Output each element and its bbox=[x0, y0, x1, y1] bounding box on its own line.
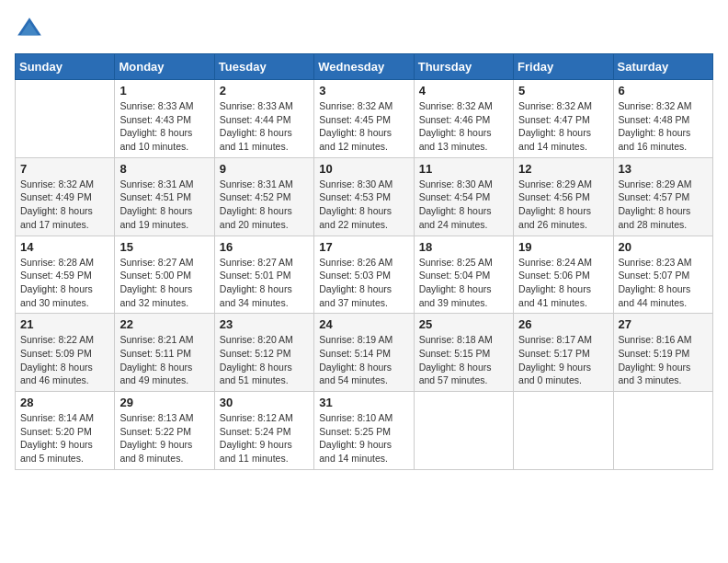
day-number: 18 bbox=[419, 240, 508, 254]
day-number: 15 bbox=[119, 240, 209, 254]
calendar-cell: 4Sunrise: 8:32 AMSunset: 4:46 PMDaylight… bbox=[414, 80, 513, 158]
day-number: 9 bbox=[220, 162, 309, 176]
day-info: Sunrise: 8:31 AMSunset: 4:51 PMDaylight:… bbox=[119, 178, 209, 232]
logo bbox=[15, 15, 48, 44]
day-info: Sunrise: 8:27 AMSunset: 5:01 PMDaylight:… bbox=[220, 256, 309, 310]
day-info: Sunrise: 8:13 AMSunset: 5:22 PMDaylight:… bbox=[119, 411, 209, 465]
day-info: Sunrise: 8:32 AMSunset: 4:46 PMDaylight:… bbox=[419, 99, 508, 154]
day-info: Sunrise: 8:12 AMSunset: 5:24 PMDaylight:… bbox=[220, 411, 309, 465]
day-number: 4 bbox=[419, 84, 508, 98]
day-info: Sunrise: 8:20 AMSunset: 5:12 PMDaylight:… bbox=[220, 333, 309, 387]
day-number: 5 bbox=[518, 84, 608, 98]
calendar-week-row: 14Sunrise: 8:28 AMSunset: 4:59 PMDayligh… bbox=[16, 236, 713, 314]
calendar-cell: 1Sunrise: 8:33 AMSunset: 4:43 PMDaylight… bbox=[115, 80, 214, 158]
calendar-cell: 11Sunrise: 8:30 AMSunset: 4:54 PMDayligh… bbox=[414, 157, 513, 236]
day-info: Sunrise: 8:18 AMSunset: 5:15 PMDaylight:… bbox=[419, 333, 508, 387]
calendar-cell: 2Sunrise: 8:33 AMSunset: 4:44 PMDaylight… bbox=[214, 80, 313, 158]
day-info: Sunrise: 8:33 AMSunset: 4:44 PMDaylight:… bbox=[220, 99, 309, 154]
day-number: 20 bbox=[619, 240, 708, 254]
calendar-cell bbox=[414, 392, 513, 470]
day-info: Sunrise: 8:14 AMSunset: 5:20 PMDaylight:… bbox=[20, 411, 109, 465]
logo-icon bbox=[15, 15, 44, 44]
weekday-header-monday: Monday bbox=[115, 54, 214, 80]
calendar-cell: 3Sunrise: 8:32 AMSunset: 4:45 PMDaylight… bbox=[314, 80, 414, 158]
calendar-cell: 16Sunrise: 8:27 AMSunset: 5:01 PMDayligh… bbox=[214, 236, 313, 314]
day-number: 16 bbox=[220, 240, 309, 254]
day-number: 29 bbox=[119, 396, 209, 409]
calendar-cell: 6Sunrise: 8:32 AMSunset: 4:48 PMDaylight… bbox=[613, 80, 712, 158]
weekday-header-wednesday: Wednesday bbox=[314, 54, 414, 80]
day-number: 12 bbox=[518, 162, 608, 176]
day-number: 3 bbox=[319, 84, 408, 98]
calendar-cell bbox=[514, 392, 613, 470]
weekday-header-saturday: Saturday bbox=[613, 54, 712, 80]
calendar-cell: 26Sunrise: 8:17 AMSunset: 5:17 PMDayligh… bbox=[514, 314, 613, 392]
day-info: Sunrise: 8:27 AMSunset: 5:00 PMDaylight:… bbox=[119, 256, 209, 310]
day-number: 11 bbox=[419, 162, 508, 176]
calendar-week-row: 21Sunrise: 8:22 AMSunset: 5:09 PMDayligh… bbox=[16, 314, 713, 392]
calendar-week-row: 7Sunrise: 8:32 AMSunset: 4:49 PMDaylight… bbox=[16, 157, 713, 236]
calendar-cell: 22Sunrise: 8:21 AMSunset: 5:11 PMDayligh… bbox=[115, 314, 214, 392]
weekday-header-row: SundayMondayTuesdayWednesdayThursdayFrid… bbox=[16, 54, 713, 80]
day-number: 7 bbox=[20, 162, 109, 176]
calendar-cell: 10Sunrise: 8:30 AMSunset: 4:53 PMDayligh… bbox=[314, 157, 414, 236]
calendar-cell: 15Sunrise: 8:27 AMSunset: 5:00 PMDayligh… bbox=[115, 236, 214, 314]
day-info: Sunrise: 8:33 AMSunset: 4:43 PMDaylight:… bbox=[119, 99, 209, 154]
calendar-cell bbox=[16, 80, 115, 158]
calendar-table: SundayMondayTuesdayWednesdayThursdayFrid… bbox=[15, 53, 713, 470]
day-info: Sunrise: 8:32 AMSunset: 4:47 PMDaylight:… bbox=[518, 99, 608, 154]
day-info: Sunrise: 8:32 AMSunset: 4:49 PMDaylight:… bbox=[20, 178, 109, 232]
day-info: Sunrise: 8:23 AMSunset: 5:07 PMDaylight:… bbox=[619, 256, 708, 310]
day-info: Sunrise: 8:25 AMSunset: 5:04 PMDaylight:… bbox=[419, 256, 508, 310]
calendar-week-row: 28Sunrise: 8:14 AMSunset: 5:20 PMDayligh… bbox=[16, 392, 713, 470]
calendar-cell: 21Sunrise: 8:22 AMSunset: 5:09 PMDayligh… bbox=[16, 314, 115, 392]
calendar-cell: 17Sunrise: 8:26 AMSunset: 5:03 PMDayligh… bbox=[314, 236, 414, 314]
day-info: Sunrise: 8:29 AMSunset: 4:56 PMDaylight:… bbox=[518, 178, 608, 232]
calendar-cell: 27Sunrise: 8:16 AMSunset: 5:19 PMDayligh… bbox=[613, 314, 712, 392]
calendar-cell: 9Sunrise: 8:31 AMSunset: 4:52 PMDaylight… bbox=[214, 157, 313, 236]
calendar-cell: 8Sunrise: 8:31 AMSunset: 4:51 PMDaylight… bbox=[115, 157, 214, 236]
day-number: 21 bbox=[20, 317, 109, 331]
day-number: 6 bbox=[619, 84, 708, 98]
calendar-cell: 31Sunrise: 8:10 AMSunset: 5:25 PMDayligh… bbox=[314, 392, 414, 470]
calendar-cell: 14Sunrise: 8:28 AMSunset: 4:59 PMDayligh… bbox=[16, 236, 115, 314]
calendar-cell: 28Sunrise: 8:14 AMSunset: 5:20 PMDayligh… bbox=[16, 392, 115, 470]
calendar-cell: 19Sunrise: 8:24 AMSunset: 5:06 PMDayligh… bbox=[514, 236, 613, 314]
day-number: 14 bbox=[20, 240, 109, 254]
day-number: 24 bbox=[319, 317, 408, 331]
day-number: 27 bbox=[619, 317, 708, 331]
weekday-header-friday: Friday bbox=[514, 54, 613, 80]
day-number: 13 bbox=[619, 162, 708, 176]
calendar-cell: 18Sunrise: 8:25 AMSunset: 5:04 PMDayligh… bbox=[414, 236, 513, 314]
day-number: 17 bbox=[319, 240, 408, 254]
day-info: Sunrise: 8:29 AMSunset: 4:57 PMDaylight:… bbox=[619, 178, 708, 232]
calendar-cell: 13Sunrise: 8:29 AMSunset: 4:57 PMDayligh… bbox=[613, 157, 712, 236]
day-number: 19 bbox=[518, 240, 608, 254]
day-info: Sunrise: 8:30 AMSunset: 4:54 PMDaylight:… bbox=[419, 178, 508, 232]
page-header bbox=[15, 15, 713, 44]
day-info: Sunrise: 8:31 AMSunset: 4:52 PMDaylight:… bbox=[220, 178, 309, 232]
day-number: 30 bbox=[220, 396, 309, 409]
day-info: Sunrise: 8:10 AMSunset: 5:25 PMDaylight:… bbox=[319, 411, 408, 465]
day-info: Sunrise: 8:32 AMSunset: 4:45 PMDaylight:… bbox=[319, 99, 408, 154]
calendar-cell: 25Sunrise: 8:18 AMSunset: 5:15 PMDayligh… bbox=[414, 314, 513, 392]
weekday-header-thursday: Thursday bbox=[414, 54, 513, 80]
day-number: 1 bbox=[119, 84, 209, 98]
day-number: 10 bbox=[319, 162, 408, 176]
calendar-week-row: 1Sunrise: 8:33 AMSunset: 4:43 PMDaylight… bbox=[16, 80, 713, 158]
day-number: 31 bbox=[319, 396, 408, 409]
day-info: Sunrise: 8:28 AMSunset: 4:59 PMDaylight:… bbox=[20, 256, 109, 310]
day-info: Sunrise: 8:16 AMSunset: 5:19 PMDaylight:… bbox=[619, 333, 708, 387]
day-number: 28 bbox=[20, 396, 109, 409]
day-number: 26 bbox=[518, 317, 608, 331]
day-number: 22 bbox=[119, 317, 209, 331]
day-info: Sunrise: 8:24 AMSunset: 5:06 PMDaylight:… bbox=[518, 256, 608, 310]
calendar-cell bbox=[613, 392, 712, 470]
day-info: Sunrise: 8:21 AMSunset: 5:11 PMDaylight:… bbox=[119, 333, 209, 387]
calendar-cell: 24Sunrise: 8:19 AMSunset: 5:14 PMDayligh… bbox=[314, 314, 414, 392]
calendar-cell: 29Sunrise: 8:13 AMSunset: 5:22 PMDayligh… bbox=[115, 392, 214, 470]
day-info: Sunrise: 8:26 AMSunset: 5:03 PMDaylight:… bbox=[319, 256, 408, 310]
day-number: 2 bbox=[220, 84, 309, 98]
weekday-header-tuesday: Tuesday bbox=[214, 54, 313, 80]
day-info: Sunrise: 8:17 AMSunset: 5:17 PMDaylight:… bbox=[518, 333, 608, 387]
